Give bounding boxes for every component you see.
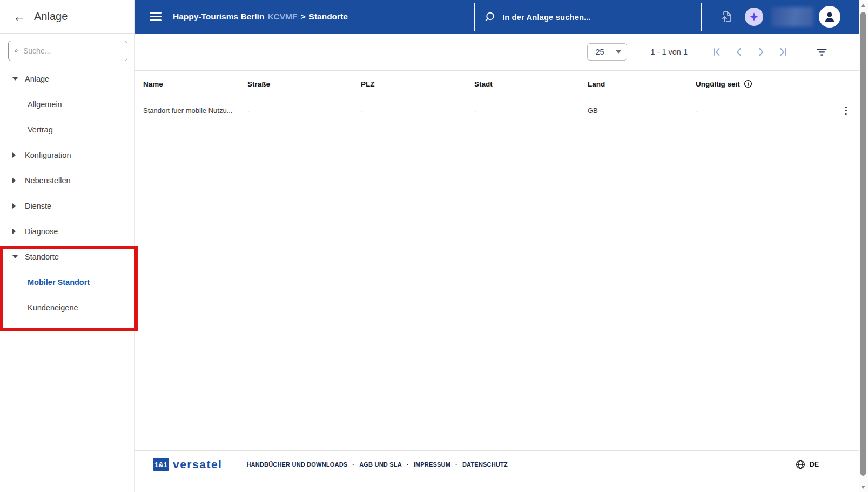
- topbar-search[interactable]: [484, 0, 689, 34]
- chevron-down-icon: [12, 77, 18, 81]
- sidebar-item-label: Anlage: [25, 75, 49, 83]
- next-page-button[interactable]: [756, 47, 766, 57]
- sidebar-item-allgemein[interactable]: Allgemein: [0, 91, 134, 117]
- topbar: Happy-Tourisms Berlin KCVMF > Standorte: [135, 0, 859, 34]
- table-toolbar: 25 1 - 1 von 1: [135, 34, 859, 70]
- sidebar-item-konfiguration[interactable]: Konfiguration: [0, 142, 134, 168]
- sidebar-item-label: Dienste: [25, 202, 51, 210]
- sidebar-item-label: Vertrag: [28, 125, 53, 134]
- topbar-actions: [716, 0, 840, 34]
- vertical-scrollbar[interactable]: [859, 0, 868, 492]
- sidebar-item-diagnose[interactable]: Diagnose: [0, 218, 134, 244]
- search-icon: [484, 11, 495, 23]
- footer-links: HANDBÜCHER UND DOWNLOADS · AGB UND SLA ·…: [246, 458, 507, 471]
- logo-wordmark: versatel: [173, 458, 222, 471]
- row-menu-button[interactable]: [843, 104, 849, 117]
- logo-1und1: 1&1: [153, 458, 169, 471]
- sidebar-item-label: Diagnose: [25, 227, 58, 236]
- sidebar-item-label: Mobiler Standort: [28, 278, 90, 287]
- chevron-right-icon: [12, 229, 18, 234]
- column-header-plz: PLZ: [361, 80, 474, 88]
- sidebar-header: ← Anlage: [0, 0, 134, 34]
- dot-separator: ·: [455, 461, 457, 468]
- globe-icon: [796, 460, 805, 469]
- page-size-value: 25: [595, 48, 616, 56]
- sidebar-search[interactable]: [8, 41, 127, 61]
- sidebar-item-label: Kundeneigene: [28, 303, 78, 312]
- table-header-row: Name Straße PLZ Stadt Land Ungültig seit: [135, 70, 859, 97]
- sidebar-item-label: Standorte: [25, 252, 59, 261]
- sidebar-item-label: Allgemein: [28, 100, 62, 109]
- column-header-land: Land: [588, 80, 696, 88]
- first-page-button[interactable]: [712, 47, 722, 57]
- breadcrumb: Happy-Tourisms Berlin KCVMF > Standorte: [173, 0, 348, 34]
- footer: 1&1 versatel HANDBÜCHER UND DOWNLOADS · …: [135, 450, 859, 492]
- chevron-down-icon: [616, 50, 621, 54]
- previous-page-button[interactable]: [734, 47, 744, 57]
- language-code: DE: [810, 461, 819, 468]
- footer-link-datenschutz[interactable]: DATENSCHUTZ: [462, 461, 508, 468]
- dot-separator: ·: [407, 461, 409, 468]
- table-row[interactable]: Standort fuer mobile Nutzu... - - - GB -: [135, 97, 859, 124]
- sidebar-item-mobiler-standort[interactable]: Mobiler Standort: [0, 269, 134, 295]
- filter-icon: [816, 48, 827, 56]
- scrollbar-thumb[interactable]: [860, 12, 866, 476]
- menu-icon[interactable]: [150, 12, 162, 21]
- filter-button[interactable]: [816, 48, 827, 56]
- search-icon: [15, 45, 18, 56]
- sidebar-item-label: Nebenstellen: [25, 176, 71, 185]
- cell-plz: -: [361, 107, 474, 115]
- scroll-up-arrow-icon[interactable]: [861, 4, 865, 7]
- chevron-down-icon: [12, 255, 18, 258]
- column-header-stadt: Stadt: [474, 80, 588, 88]
- back-arrow-icon[interactable]: ←: [13, 10, 26, 23]
- info-icon[interactable]: [744, 79, 752, 88]
- divider: [474, 3, 475, 31]
- versatel-logo: 1&1 versatel: [153, 458, 222, 471]
- sidebar-item-standorte[interactable]: Standorte: [0, 244, 134, 269]
- breadcrumb-account[interactable]: Happy-Tourisms Berlin: [173, 12, 264, 22]
- sidebar: ← Anlage Anlage Allgemein Vertrag Konfig…: [0, 0, 135, 492]
- ai-assistant-button[interactable]: [745, 8, 763, 26]
- last-page-button[interactable]: [778, 47, 788, 57]
- divider: [701, 3, 702, 31]
- chevron-right-icon: [12, 178, 18, 183]
- chevron-right-icon: [12, 203, 18, 209]
- footer-link-impressum[interactable]: IMPRESSUM: [414, 461, 450, 468]
- breadcrumb-separator: >: [301, 12, 306, 22]
- breadcrumb-code: KCVMF: [267, 12, 297, 22]
- redacted-username: [771, 7, 813, 26]
- column-header-name: Name: [143, 80, 247, 88]
- export-icon[interactable]: [720, 10, 733, 23]
- person-icon: [823, 10, 837, 24]
- footer-link-agb[interactable]: AGB UND SLA: [359, 461, 402, 468]
- cell-strasse: -: [247, 107, 361, 115]
- column-header-ungueltig-seit: Ungültig seit: [696, 79, 793, 88]
- topbar-search-input[interactable]: [502, 12, 664, 22]
- sidebar-item-kundeneigene[interactable]: Kundeneigene: [0, 295, 134, 320]
- column-header-strasse: Straße: [247, 80, 361, 88]
- language-switcher[interactable]: DE: [796, 458, 819, 471]
- cell-ungueltig-seit: -: [696, 107, 793, 115]
- sidebar-nav: Anlage Allgemein Vertrag Konfiguration N…: [0, 63, 134, 320]
- page-size-select[interactable]: 25: [587, 43, 627, 61]
- chevron-right-icon: [12, 152, 18, 158]
- scroll-down-arrow-icon[interactable]: [861, 486, 865, 489]
- cell-land: GB: [588, 107, 696, 115]
- sidebar-item-anlage[interactable]: Anlage: [0, 66, 134, 91]
- breadcrumb-current: Standorte: [309, 12, 348, 22]
- pagination-range: 1 - 1 von 1: [650, 48, 688, 56]
- sidebar-item-label: Konfiguration: [25, 151, 71, 159]
- sidebar-item-nebenstellen[interactable]: Nebenstellen: [0, 168, 134, 193]
- locations-table: Name Straße PLZ Stadt Land Ungültig seit…: [135, 70, 859, 124]
- dot-separator: ·: [352, 461, 354, 468]
- cell-stadt: -: [474, 107, 588, 115]
- pagination-nav: [712, 47, 788, 57]
- cell-name: Standort fuer mobile Nutzu...: [143, 107, 247, 115]
- user-avatar-button[interactable]: [819, 6, 840, 28]
- footer-link-handbuecher[interactable]: HANDBÜCHER UND DOWNLOADS: [246, 461, 347, 468]
- sidebar-item-dienste[interactable]: Dienste: [0, 193, 134, 218]
- sparkle-icon: [749, 11, 759, 22]
- sidebar-search-input[interactable]: [23, 46, 121, 55]
- sidebar-item-vertrag[interactable]: Vertrag: [0, 117, 134, 142]
